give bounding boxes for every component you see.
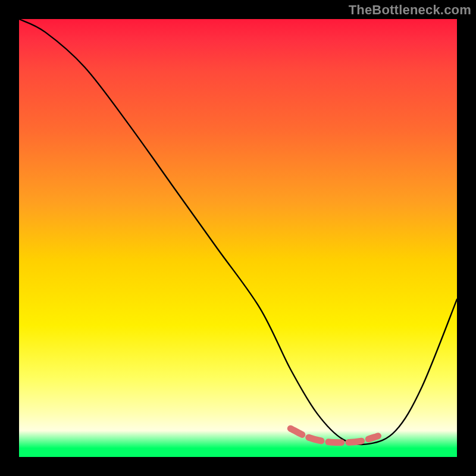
optimal-zone-marker — [290, 428, 378, 443]
watermark-text: TheBottleneck.com — [349, 2, 471, 18]
bottleneck-curve — [19, 19, 457, 444]
chart-plot-area — [19, 19, 457, 457]
chart-frame: TheBottleneck.com — [0, 0, 476, 476]
